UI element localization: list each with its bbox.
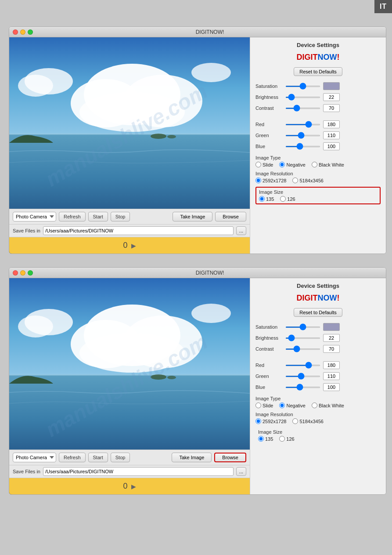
window-body-2: Photo Camera Refresh Start Stop Take Ima… (9, 278, 386, 494)
contrast-value-2[interactable] (323, 345, 340, 353)
window-controls-1 (13, 29, 33, 35)
blue-slider-1[interactable] (285, 146, 320, 147)
red-slider-1[interactable] (285, 124, 320, 125)
contrast-slider-1[interactable] (285, 108, 320, 109)
brand-exclaim-2: ! (337, 294, 340, 302)
negative-radio-2[interactable]: Negative (279, 403, 305, 408)
res-5184-radio-input-1[interactable] (292, 178, 298, 183)
brand-now-1: NOW (318, 53, 337, 62)
camera-select-2[interactable]: Photo Camera (13, 453, 56, 462)
brightness-slider-1[interactable] (285, 97, 320, 98)
brand-exclaim-1: ! (337, 53, 340, 62)
size-126-radio-input-2[interactable] (279, 436, 285, 442)
size-135-radio-input-2[interactable] (258, 436, 264, 442)
slide-radio-input-1[interactable] (255, 162, 261, 167)
refresh-button-2[interactable]: Refresh (59, 453, 86, 462)
res-2592-radio-1[interactable]: 2592x1728 (255, 178, 286, 183)
file-path-input-1[interactable] (43, 226, 234, 235)
blackwhite-radio-input-2[interactable] (312, 403, 317, 408)
red-value-2[interactable] (323, 361, 340, 369)
stop-button-1[interactable]: Stop (111, 212, 130, 221)
start-button-1[interactable]: Start (88, 212, 108, 221)
preview-image-2 (9, 278, 250, 450)
contrast-row-1: Contrast (255, 104, 381, 112)
saturation-slider-1[interactable] (285, 86, 320, 87)
minimize-button-2[interactable] (20, 270, 25, 276)
contrast-slider-2[interactable] (285, 348, 320, 350)
blue-value-2[interactable] (323, 383, 340, 391)
negative-radio-input-1[interactable] (279, 162, 285, 167)
blackwhite-radio-2[interactable]: Black White (312, 403, 344, 408)
refresh-button-1[interactable]: Refresh (59, 212, 86, 221)
red-value-1[interactable] (323, 120, 340, 128)
minimize-button-1[interactable] (20, 29, 25, 35)
res-5184-radio-input-2[interactable] (292, 418, 298, 424)
negative-radio-1[interactable]: Negative (279, 162, 305, 167)
red-slider-2[interactable] (285, 365, 320, 366)
take-image-button-2[interactable]: Take Image (172, 453, 212, 462)
close-button-2[interactable] (13, 270, 18, 276)
svg-rect-1 (9, 134, 250, 209)
green-slider-1[interactable] (285, 135, 320, 136)
size-126-radio-1[interactable]: 126 (280, 196, 295, 202)
green-value-1[interactable] (323, 131, 340, 139)
reset-button-2[interactable]: Reset to Defaults (294, 308, 342, 317)
brightness-slider-2[interactable] (285, 337, 320, 339)
blue-row-2: Blue (255, 383, 381, 391)
svg-rect-2 (9, 133, 250, 135)
res-2592-radio-input-1[interactable] (255, 178, 261, 183)
brightness-value-1[interactable] (323, 93, 340, 101)
stop-button-2[interactable]: Stop (111, 453, 130, 462)
take-image-button-1[interactable]: Take Image (173, 212, 212, 221)
size-135-radio-2[interactable]: 135 (258, 436, 273, 442)
size-135-radio-input-1[interactable] (259, 196, 265, 202)
close-button-1[interactable] (13, 29, 18, 35)
res-5184-radio-1[interactable]: 5184x3456 (292, 178, 323, 183)
brand-logo-2: DIGITNOW! (255, 294, 381, 303)
camera-select-1[interactable]: Photo Camera (13, 212, 56, 221)
counter-value-1: 0 (123, 241, 127, 250)
res-5184-radio-2[interactable]: 5184x3456 (292, 418, 323, 424)
size-126-radio-input-1[interactable] (280, 196, 286, 202)
green-slider-2[interactable] (285, 376, 320, 377)
brand-digit-2: DIGIT (297, 294, 318, 302)
brand-now-2: NOW (318, 294, 337, 302)
image-type-group-1: Slide Negative Black White (255, 162, 381, 167)
app-window-1: DIGITNOW! (9, 26, 386, 254)
saturation-slider-2[interactable] (285, 326, 320, 328)
size-135-radio-1[interactable]: 135 (259, 196, 274, 202)
svg-point-22 (151, 374, 166, 380)
browse-button-2[interactable]: Browse (214, 453, 246, 462)
blue-slider-2[interactable] (285, 387, 320, 388)
negative-radio-input-2[interactable] (279, 403, 285, 408)
slide-radio-input-2[interactable] (255, 403, 261, 408)
file-path-input-2[interactable] (43, 467, 234, 476)
blackwhite-radio-1[interactable]: Black White (312, 162, 344, 167)
contrast-value-1[interactable] (323, 104, 340, 112)
image-size-group-1: 135 126 (259, 196, 377, 202)
size-126-radio-2[interactable]: 126 (279, 436, 294, 442)
slide-radio-2[interactable]: Slide (255, 403, 273, 408)
res-2592-radio-input-2[interactable] (255, 418, 261, 424)
saturation-value-1 (323, 82, 340, 90)
reset-button-1[interactable]: Reset to Defaults (294, 67, 342, 76)
slide-radio-1[interactable]: Slide (255, 162, 273, 167)
blue-value-1[interactable] (323, 142, 340, 150)
green-value-2[interactable] (323, 372, 340, 380)
blackwhite-radio-input-1[interactable] (312, 162, 317, 167)
start-button-2[interactable]: Start (88, 453, 108, 462)
image-resolution-label-1: Image Resolution (255, 171, 381, 176)
maximize-button-1[interactable] (28, 29, 33, 35)
window-body-1: Photo Camera Refresh Start Stop Take Ima… (9, 37, 386, 254)
window-controls-2 (13, 270, 33, 276)
settings-panel-2: Device Settings DIGITNOW! Reset to Defau… (250, 278, 386, 494)
green-row-1: Green (255, 131, 381, 139)
res-2592-radio-2[interactable]: 2592x1728 (255, 418, 286, 424)
save-files-row-1: Save Files in ... (9, 224, 250, 237)
browse-dots-button-1[interactable]: ... (236, 226, 246, 235)
browse-button-1[interactable]: Browse (215, 212, 246, 221)
browse-dots-button-2[interactable]: ... (236, 467, 246, 476)
image-resolution-group-2: 2592x1728 5184x3456 (255, 418, 381, 424)
maximize-button-2[interactable] (28, 270, 33, 276)
brightness-value-2[interactable] (323, 334, 340, 342)
